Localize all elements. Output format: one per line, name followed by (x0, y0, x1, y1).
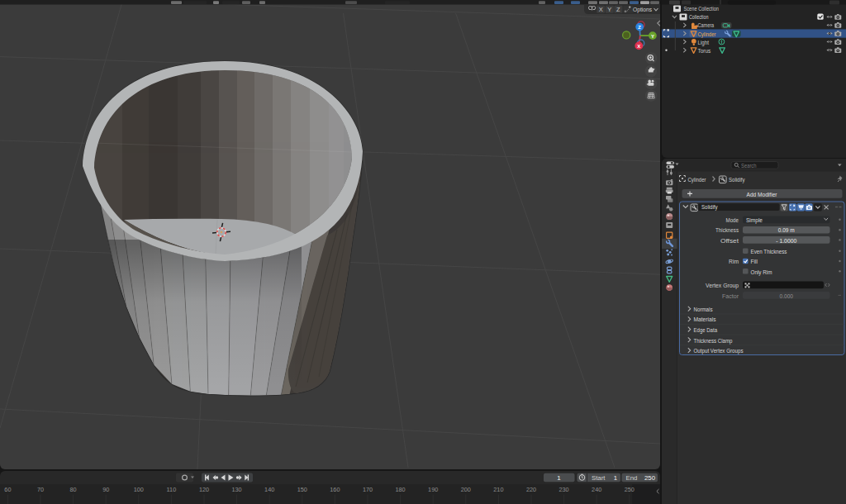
svg-text:Cylinder: Cylinder (688, 176, 706, 183)
svg-text:- 1.0000: - 1.0000 (776, 237, 796, 245)
svg-text:110: 110 (167, 486, 177, 493)
svg-text:250: 250 (644, 474, 656, 482)
svg-text:Rim: Rim (729, 258, 739, 265)
svg-text:Solidify: Solidify (729, 176, 745, 183)
svg-text:0.000: 0.000 (780, 292, 794, 300)
svg-text:Normals: Normals (694, 306, 713, 313)
svg-text:Search: Search (741, 162, 757, 169)
svg-text:120: 120 (199, 486, 209, 493)
svg-text:210: 210 (493, 486, 503, 493)
svg-text:Fill: Fill (751, 258, 758, 265)
svg-text:Z: Z (616, 6, 620, 13)
svg-text:Cylinder: Cylinder (698, 31, 716, 38)
svg-text:230: 230 (559, 486, 569, 493)
svg-text:140: 140 (264, 486, 274, 493)
svg-text:240: 240 (592, 486, 601, 493)
svg-text:190: 190 (428, 486, 438, 493)
svg-text:150: 150 (297, 486, 307, 493)
svg-text:Start: Start (592, 474, 606, 482)
svg-text:1: 1 (614, 474, 617, 482)
svg-text:60: 60 (4, 486, 11, 493)
svg-text:0.09 m: 0.09 m (778, 226, 795, 234)
svg-text:Vertex Group: Vertex Group (706, 282, 739, 289)
svg-text:Simple: Simple (746, 216, 763, 224)
svg-text:Y: Y (651, 34, 654, 39)
svg-text:70: 70 (37, 486, 44, 493)
svg-text:220: 220 (526, 486, 536, 493)
svg-text:Factor: Factor (722, 292, 739, 300)
svg-text:Options: Options (633, 6, 652, 13)
svg-text:Even Thickness: Even Thickness (751, 248, 787, 255)
svg-text:250: 250 (625, 486, 634, 493)
svg-text:Thickness: Thickness (715, 226, 739, 234)
svg-text:Output Vertex Groups: Output Vertex Groups (694, 347, 744, 354)
svg-text:Scene Collection: Scene Collection (684, 5, 720, 12)
svg-text:200: 200 (461, 486, 471, 493)
svg-text:Materials: Materials (694, 316, 716, 323)
svg-text:X: X (599, 6, 603, 13)
svg-text:Add Modifier: Add Modifier (747, 191, 777, 198)
svg-text:Collection: Collection (689, 13, 709, 21)
svg-text:Offset: Offset (720, 237, 739, 245)
svg-text:160: 160 (330, 486, 340, 493)
svg-text:80: 80 (70, 486, 77, 493)
svg-text:Edge Data: Edge Data (694, 326, 718, 334)
svg-text:Y: Y (607, 6, 611, 13)
svg-text:Mode: Mode (726, 216, 739, 224)
svg-text:Torus: Torus (698, 47, 711, 55)
svg-text:Thickness Clamp: Thickness Clamp (694, 337, 733, 345)
svg-text:130: 130 (232, 486, 242, 493)
svg-text:Camera: Camera (698, 21, 715, 29)
svg-text:X: X (637, 44, 640, 49)
svg-text:End: End (626, 474, 638, 482)
svg-text:170: 170 (363, 486, 373, 493)
svg-text:90: 90 (102, 486, 109, 493)
svg-text:1: 1 (557, 474, 561, 482)
svg-text:Z: Z (638, 25, 641, 30)
svg-text:100: 100 (134, 486, 144, 493)
svg-text:Solidify: Solidify (701, 203, 718, 211)
svg-text:Light: Light (698, 39, 710, 46)
svg-text:Only Rim: Only Rim (751, 269, 772, 276)
svg-text:180: 180 (396, 486, 406, 493)
